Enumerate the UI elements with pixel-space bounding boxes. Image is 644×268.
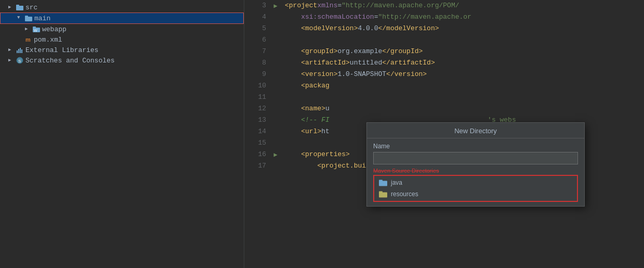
gutter-16: ▶ (270, 149, 281, 160)
indent-14 (285, 126, 301, 137)
bracket-7a: < (301, 46, 305, 57)
bracket-17a: < (317, 160, 321, 172)
bracket-12a: < (301, 103, 305, 114)
bracket-7c: </ (382, 46, 390, 57)
line-num-9: 9 (244, 69, 266, 80)
bracket-16b: > (346, 149, 350, 160)
sidebar-item-pom[interactable]: m pom.xml (0, 34, 244, 45)
suggestion-resources[interactable]: resources (374, 188, 577, 200)
eq-3: = (337, 0, 341, 11)
svg-text:S: S (18, 59, 21, 63)
gutter-10 (270, 80, 281, 92)
dialog-name-input[interactable] (373, 152, 578, 164)
sidebar-item-scratches[interactable]: ▶ S Scratches and Consoles (0, 55, 244, 66)
code-line-7: <groupId>org.example</groupId> (285, 46, 644, 57)
gutter-7 (270, 46, 281, 57)
arrow-collapsed-icon: ▶ (25, 26, 31, 32)
resources-folder-icon (378, 190, 388, 198)
tag-8c: artifactId (390, 57, 431, 69)
gutter-11 (270, 92, 281, 103)
sidebar-item-label: src (25, 4, 37, 11)
bracket-9a: < (301, 69, 305, 80)
tag-3: project (289, 0, 318, 11)
folder-icon (16, 3, 24, 11)
gutter-15 (270, 137, 281, 149)
attr-3: xmlns (317, 0, 337, 11)
sidebar-item-external-libraries[interactable]: ▶ External Libraries (0, 45, 244, 55)
indent-17 (285, 160, 317, 172)
line-num-11: 11 (244, 92, 266, 103)
indent-16 (285, 149, 301, 160)
java-folder-icon (378, 178, 388, 187)
tag-7c: groupId (390, 46, 419, 57)
bracket-8c: </ (382, 57, 390, 69)
line-numbers: 3 4 5 6 7 8 9 10 11 12 13 14 15 16 17 (244, 0, 270, 268)
gutter-12 (270, 103, 281, 114)
svg-rect-8 (18, 49, 19, 53)
indent-10 (285, 80, 301, 92)
gutter-5 (270, 23, 281, 34)
library-icon (16, 46, 24, 54)
new-directory-dialog[interactable]: New Directory Name Maven Source Director… (366, 122, 585, 207)
gutter-8 (270, 57, 281, 69)
bracket-8d: > (431, 57, 435, 69)
sidebar: ▶ src ▼ main ▶ W webapp (0, 0, 244, 268)
gutter-3: ▶ (270, 0, 281, 11)
bracket-5d: > (435, 23, 439, 34)
line-num-15: 15 (244, 137, 266, 149)
bracket-8a: < (301, 57, 305, 69)
tag-14: url (305, 126, 317, 137)
comment-13: <!-- FI (301, 114, 330, 126)
tag-5: modelVersion (305, 23, 354, 34)
svg-rect-5 (33, 27, 36, 28)
gutter-9 (270, 69, 281, 80)
dialog-body: Name Maven Source Directories java (367, 138, 584, 206)
val-4: "http://maven.apache.or (378, 11, 471, 23)
svg-rect-7 (17, 50, 18, 53)
arrow-collapsed-icon2: ▶ (8, 47, 15, 53)
bracket-9b: > (334, 69, 338, 80)
bracket-12b: > (321, 103, 325, 114)
bracket-14b: > (317, 126, 321, 137)
sidebar-item-main[interactable]: ▼ main (0, 12, 244, 24)
dialog-suggestion-list: java resources (373, 175, 578, 202)
indent-7 (285, 46, 301, 57)
svg-rect-10 (21, 49, 22, 53)
suggestion-java[interactable]: java (374, 177, 577, 188)
svg-text:W: W (34, 29, 37, 32)
dialog-section-label: Maven Source Directories (373, 168, 578, 174)
text-14: ht (321, 126, 330, 137)
code-line-8: <artifactId>untitled</artifactId> (285, 57, 644, 69)
bracket-5b: > (354, 23, 358, 34)
tag-8: artifactId (305, 57, 346, 69)
eq-4: = (374, 11, 378, 23)
svg-rect-3 (25, 16, 28, 17)
indent-5 (285, 23, 301, 34)
editor-area: 3 4 5 6 7 8 9 10 11 12 13 14 15 16 17 ▶ (244, 0, 644, 268)
line-num-3: 3 (244, 0, 266, 11)
xml-file-icon: m (24, 35, 32, 44)
bracket-10a: < (301, 80, 305, 92)
code-line-11 (285, 92, 644, 103)
code-line-5: <modelVersion>4.0.0</modelVersion> (285, 23, 644, 34)
text-8: untitled (350, 57, 382, 69)
indent-9 (285, 69, 301, 80)
gutter: ▶ ▶ (270, 0, 281, 268)
tag-12: name (305, 103, 321, 114)
indent-8 (285, 57, 301, 69)
text-5: 4.0.0 (358, 23, 378, 34)
gutter-17 (270, 160, 281, 172)
sidebar-item-label: Scratches and Consoles (25, 57, 115, 65)
gutter-arrow-16: ▶ (273, 151, 277, 159)
folder-open-icon (24, 14, 33, 22)
indent-12 (285, 103, 301, 114)
suggestion-resources-label: resources (391, 190, 418, 198)
text-7: org.example (337, 46, 382, 57)
bracket-5a: < (301, 23, 305, 34)
sidebar-item-src[interactable]: ▶ src (0, 2, 244, 12)
tag-9: version (305, 69, 334, 80)
text-4a (285, 11, 301, 23)
sidebar-item-webapp[interactable]: ▶ W webapp (0, 24, 244, 34)
arrow-open-icon: ▼ (17, 15, 23, 21)
tag-10: packag (305, 80, 330, 92)
